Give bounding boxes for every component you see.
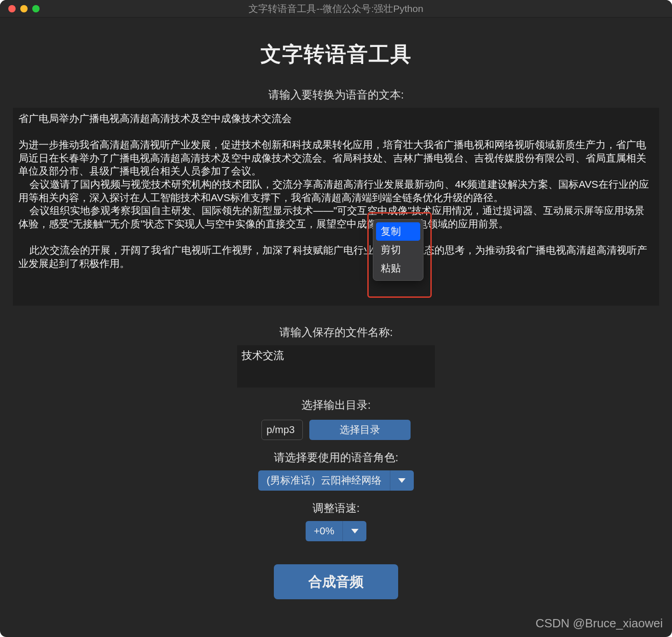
text-input-label: 请输入要转换为语音的文本:	[268, 87, 404, 102]
page-title: 文字转语音工具	[261, 41, 412, 68]
window-minimize-button[interactable]	[20, 5, 28, 12]
voice-label: 请选择要使用的语音角色:	[274, 450, 399, 465]
speed-select-value: +0%	[306, 521, 342, 541]
voice-select-arrow[interactable]	[390, 470, 414, 491]
speed-select-arrow[interactable]	[342, 521, 366, 541]
chevron-down-icon	[398, 478, 406, 483]
output-dir-display[interactable]	[261, 420, 303, 440]
choose-dir-button[interactable]: 选择目录	[309, 420, 411, 440]
output-dir-row: 选择目录	[261, 420, 411, 440]
voice-select[interactable]: (男标准话）云阳神经网络	[258, 470, 413, 491]
output-dir-label: 选择输出目录:	[301, 398, 371, 412]
voice-select-value: (男标准话）云阳神经网络	[258, 470, 389, 491]
traffic-lights	[0, 5, 40, 12]
window-maximize-button[interactable]	[32, 5, 40, 12]
titlebar: 文字转语音工具--微信公众号:强壮Python	[0, 0, 672, 17]
filename-input[interactable]: 技术交流	[237, 345, 435, 388]
filename-label: 请输入保存的文件名称:	[279, 325, 393, 340]
speed-label: 调整语速:	[313, 501, 360, 515]
context-menu: 复制 剪切 粘贴	[373, 219, 423, 281]
content-area: 文字转语音工具 请输入要转换为语音的文本: 请输入保存的文件名称: 技术交流 选…	[0, 17, 672, 612]
synthesize-button[interactable]: 合成音频	[274, 564, 398, 599]
app-window: 文字转语音工具--微信公众号:强壮Python 文字转语音工具 请输入要转换为语…	[0, 0, 672, 637]
context-menu-paste[interactable]: 粘贴	[376, 259, 420, 278]
context-menu-copy[interactable]: 复制	[376, 222, 420, 241]
chevron-down-icon	[351, 529, 359, 533]
window-title: 文字转语音工具--微信公众号:强壮Python	[249, 2, 423, 15]
text-input[interactable]	[13, 108, 659, 306]
watermark: CSDN @Bruce_xiaowei	[536, 616, 663, 631]
speed-select[interactable]: +0%	[306, 521, 366, 541]
context-menu-cut[interactable]: 剪切	[376, 241, 420, 259]
window-close-button[interactable]	[8, 5, 16, 12]
